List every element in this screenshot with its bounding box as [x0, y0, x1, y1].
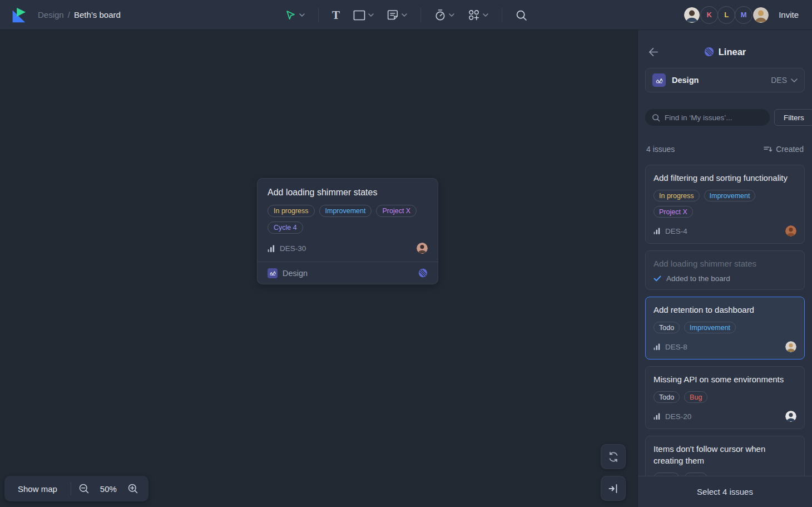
- assignee-avatar: [785, 411, 796, 422]
- person-avatar-icon: [753, 7, 769, 23]
- back-button[interactable]: [646, 45, 661, 59]
- status-badge: Todo: [653, 322, 680, 333]
- invite-button[interactable]: Invite: [779, 10, 799, 19]
- extra-tools-button[interactable]: [463, 4, 493, 26]
- chart-bars-icon: [653, 343, 661, 350]
- issue-title: Add retention to dashboard: [653, 304, 796, 316]
- topbar: Design / Beth’s board T: [0, 0, 812, 30]
- note-tool-icon: [387, 9, 399, 21]
- panel-title: Linear: [719, 47, 746, 57]
- added-note: Added to the board: [666, 274, 730, 283]
- issue-count: 4 issues: [646, 145, 675, 154]
- shape-tool-icon: [353, 10, 365, 21]
- chevron-down-icon[interactable]: [299, 13, 305, 17]
- linear-logo-icon: [704, 47, 714, 57]
- issue-id: DES-8: [665, 343, 687, 351]
- assignee-avatar: [785, 225, 796, 237]
- issue-card[interactable]: Add filtering and sorting functionality …: [645, 165, 805, 244]
- linear-panel: Linear Design DES: [637, 30, 812, 507]
- issue-title: Missing API on some environments: [653, 373, 796, 385]
- select-tool-icon: [285, 9, 296, 21]
- timer-tool-button[interactable]: [429, 4, 459, 26]
- text-tool-button[interactable]: T: [327, 5, 345, 25]
- badge-row: Todo Improvement: [653, 322, 796, 333]
- chart-bars-icon: [268, 245, 275, 252]
- person-avatar-icon: [684, 7, 700, 23]
- shape-tool-button[interactable]: [348, 6, 379, 25]
- zoom-level: 50%: [97, 484, 120, 494]
- issue-list: Add filtering and sorting functionality …: [645, 165, 805, 476]
- sort-button[interactable]: Created: [764, 145, 804, 154]
- zoom-out-button[interactable]: [71, 476, 97, 501]
- label-badge: Improvement: [319, 205, 372, 217]
- canvas-controls: Show map 50%: [4, 476, 148, 501]
- team-key: DES: [771, 76, 798, 85]
- breadcrumb-separator: /: [68, 10, 70, 19]
- select-tool-button[interactable]: [280, 5, 310, 26]
- badge-row: In progress Improvement Project X Cycle …: [268, 205, 428, 234]
- breadcrumb: Design / Beth’s board: [38, 10, 121, 19]
- collapse-icon: [607, 483, 620, 495]
- note-tool-button[interactable]: [382, 5, 412, 25]
- cycle-badge: Cycle 4: [268, 221, 303, 234]
- breadcrumb-project[interactable]: Design: [38, 10, 64, 19]
- chart-bars-icon: [653, 228, 661, 234]
- collaborator-photo-avatar[interactable]: [683, 6, 701, 24]
- label-badge: Bug: [684, 391, 707, 403]
- sync-icon: [607, 451, 620, 463]
- toolbar-divider: [420, 8, 421, 22]
- team-selector[interactable]: Design DES: [645, 68, 805, 92]
- issue-title: Add loading shimmer states: [268, 188, 428, 198]
- status-badge: Todo: [653, 391, 680, 403]
- search-icon: [652, 114, 660, 122]
- issue-id: DES-30: [280, 244, 306, 253]
- chevron-down-icon[interactable]: [449, 13, 454, 17]
- chevron-down-icon[interactable]: [402, 13, 407, 17]
- issue-search: [645, 109, 770, 126]
- issue-card-selected[interactable]: Add retention to dashboard Todo Improvem…: [645, 297, 805, 360]
- collapse-panel-button[interactable]: [601, 476, 626, 501]
- select-all-issues-button[interactable]: Select 4 issues: [697, 487, 753, 496]
- text-tool-icon: T: [332, 9, 340, 21]
- issue-card[interactable]: Missing API on some environments Todo Bu…: [645, 366, 805, 429]
- team-scribble-icon: [652, 73, 666, 87]
- board-canvas[interactable]: Add loading shimmer states In progress I…: [0, 30, 637, 507]
- timer-tool-icon: [434, 9, 446, 21]
- collaborator-initial-avatar[interactable]: M: [735, 6, 752, 24]
- issue-title: Items don't follow cursor when creating …: [653, 443, 796, 466]
- issue-search-input[interactable]: [665, 114, 763, 122]
- app-logo[interactable]: [10, 6, 27, 24]
- collaborator-photo-avatar[interactable]: [752, 6, 770, 24]
- panel-title-group: Linear: [638, 47, 812, 57]
- breadcrumb-board[interactable]: Beth’s board: [74, 10, 121, 19]
- search-button[interactable]: [511, 5, 532, 26]
- sync-button[interactable]: [601, 444, 626, 469]
- linear-logo-icon: [418, 268, 428, 278]
- extra-tools-icon: [468, 9, 480, 21]
- team-name: Design: [672, 76, 699, 85]
- status-badge: In progress: [268, 205, 315, 217]
- badge-row: In progress Improvement Project X: [653, 190, 796, 218]
- show-map-button[interactable]: Show map: [4, 476, 71, 501]
- issue-card[interactable]: Items don't follow cursor when creating …: [645, 436, 805, 476]
- zoom-out-icon: [78, 483, 90, 494]
- app-logo-icon: [10, 6, 27, 24]
- zoom-in-button[interactable]: [120, 476, 148, 501]
- collaborator-initial-avatar[interactable]: K: [700, 6, 718, 24]
- team-name: Design: [283, 269, 308, 278]
- zoom-in-icon: [127, 483, 138, 494]
- toolbar-divider: [318, 8, 319, 22]
- filters-button[interactable]: Filters: [774, 109, 812, 126]
- chevron-down-icon[interactable]: [483, 13, 488, 17]
- team-scribble-icon: [268, 268, 278, 278]
- issue-card-added[interactable]: Add loading shimmer states Added to the …: [645, 250, 805, 290]
- assignee-avatar: [785, 341, 796, 352]
- person-avatar-icon: [417, 243, 428, 254]
- canvas-issue-card[interactable]: Add loading shimmer states In progress I…: [257, 178, 438, 284]
- collaborator-initial-avatar[interactable]: L: [717, 6, 735, 24]
- issue-title: Add filtering and sorting functionality: [653, 172, 796, 184]
- chevron-down-icon[interactable]: [368, 13, 374, 17]
- status-badge: In progress: [653, 190, 700, 201]
- toolbar-divider: [502, 8, 502, 22]
- project-badge: Project X: [376, 205, 417, 217]
